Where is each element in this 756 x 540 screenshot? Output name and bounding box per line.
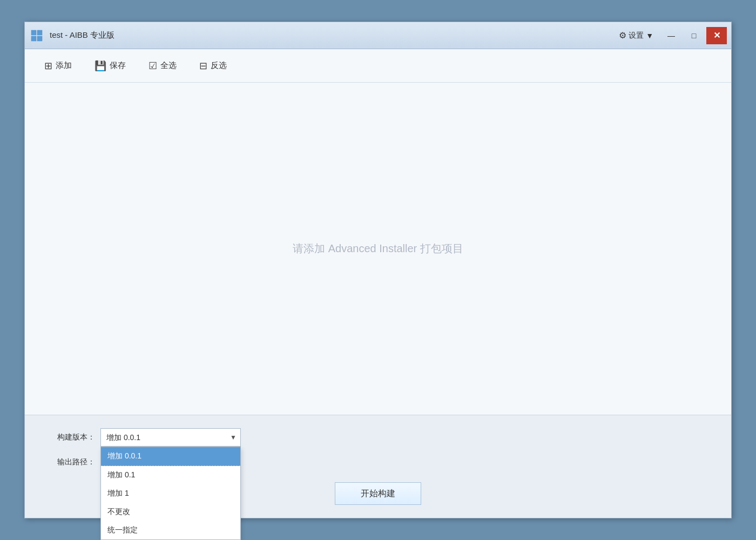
- invert-label: 反选: [211, 60, 227, 71]
- dropdown-item-2[interactable]: 增加 1: [101, 484, 240, 503]
- select-all-icon: ☑: [148, 60, 157, 72]
- dropdown-item-3[interactable]: 不更改: [101, 503, 240, 521]
- dropdown-item-4[interactable]: 统一指定: [101, 521, 240, 539]
- gear-icon: ⚙: [619, 30, 626, 40]
- main-content: 请添加 Advanced Installer 打包项目: [25, 83, 731, 415]
- output-path-label: 输出路径：: [52, 457, 95, 467]
- svg-rect-2: [31, 36, 36, 41]
- settings-button[interactable]: ⚙ 设置 ▼: [613, 28, 659, 43]
- save-button[interactable]: 💾 保存: [91, 58, 129, 74]
- titlebar: test - AIBB 专业版 ⚙ 设置 ▼ — □ ✕: [25, 22, 731, 49]
- save-icon: 💾: [94, 60, 106, 72]
- minimize-button[interactable]: —: [661, 27, 681, 44]
- add-label: 添加: [56, 60, 72, 71]
- add-icon: ⊞: [44, 60, 52, 72]
- invert-button[interactable]: ⊟ 反选: [196, 58, 230, 74]
- dropdown-menu: 增加 0.0.1 增加 0.1 增加 1 不更改 统一指定: [100, 447, 241, 540]
- close-button[interactable]: ✕: [706, 27, 727, 44]
- chevron-down-icon: ▼: [646, 31, 653, 40]
- toolbar: ⊞ 添加 💾 保存 ☑ 全选 ⊟ 反选: [25, 49, 731, 83]
- titlebar-left: test - AIBB 专业版: [29, 28, 114, 43]
- save-label: 保存: [110, 60, 126, 71]
- maximize-button[interactable]: □: [684, 27, 704, 44]
- app-icon: [29, 28, 44, 43]
- build-version-row: 构建版本： 增加 0.0.1增加 0.1增加 1不更改统一指定 ▼ 增加 0.0…: [25, 425, 731, 450]
- build-version-select[interactable]: 增加 0.0.1增加 0.1增加 1不更改统一指定: [100, 428, 241, 447]
- dropdown-item-1[interactable]: 增加 0.1: [101, 466, 240, 484]
- bottom-area: 构建版本： 增加 0.0.1增加 0.1增加 1不更改统一指定 ▼ 增加 0.0…: [25, 415, 731, 518]
- dropdown-item-0[interactable]: 增加 0.0.1: [101, 447, 240, 466]
- svg-rect-1: [37, 30, 42, 35]
- select-all-label: 全选: [160, 60, 177, 71]
- window-title: test - AIBB 专业版: [50, 30, 114, 40]
- select-all-button[interactable]: ☑ 全选: [145, 58, 180, 74]
- settings-label: 设置: [629, 31, 644, 40]
- main-window: test - AIBB 专业版 ⚙ 设置 ▼ — □ ✕ ⊞ 添加 💾 保存 ☑…: [24, 22, 732, 518]
- build-version-label: 构建版本：: [52, 433, 95, 442]
- svg-rect-3: [37, 36, 42, 41]
- build-version-select-wrapper: 增加 0.0.1增加 0.1增加 1不更改统一指定 ▼ 增加 0.0.1 增加 …: [100, 428, 241, 447]
- build-button[interactable]: 开始构建: [335, 482, 421, 505]
- empty-hint: 请添加 Advanced Installer 打包项目: [293, 241, 463, 256]
- titlebar-controls: ⚙ 设置 ▼ — □ ✕: [613, 27, 727, 44]
- invert-icon: ⊟: [199, 60, 207, 72]
- add-button[interactable]: ⊞ 添加: [41, 58, 75, 74]
- svg-rect-0: [31, 30, 36, 35]
